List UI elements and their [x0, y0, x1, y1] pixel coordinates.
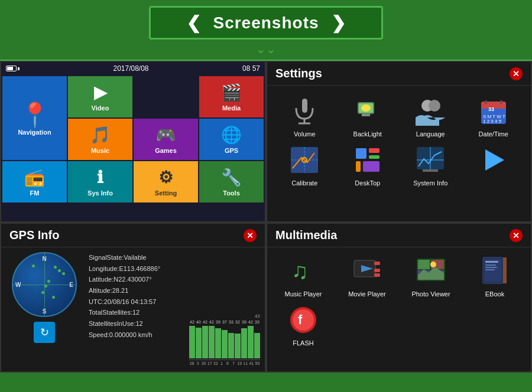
photo-viewer-icon: [415, 254, 447, 287]
settings-close-button[interactable]: ✕: [510, 67, 523, 80]
satellite-dot-4: [47, 280, 50, 283]
app-fm[interactable]: 📻 FM: [2, 161, 67, 202]
chart-top-label-1: 40: [196, 320, 202, 324]
settings-sysinfo[interactable]: System Info: [402, 143, 459, 187]
chart-top-label-10: 33: [254, 320, 260, 324]
device-time: 08 57: [242, 64, 260, 73]
gps-utc: UTC:20/08/16 04:13:57: [89, 296, 183, 308]
language-icon: [414, 94, 447, 127]
satellite-dot-7: [32, 264, 35, 267]
sysinfo-settings-label: System Info: [413, 179, 447, 187]
gps-chart: 42 4240424239373332394233 28330172216719…: [189, 252, 260, 365]
music-player-label: Music Player: [285, 290, 322, 298]
app-sysinfo[interactable]: ℹ Sys Info: [68, 161, 132, 202]
multimedia-flash[interactable]: f FLASH: [274, 303, 332, 347]
svg-rect-20: [369, 148, 379, 153]
calibrate-label: Calibrate: [291, 179, 317, 187]
device-date: 2017/08/08: [113, 64, 148, 73]
chart-top-label-9: 42: [248, 320, 254, 324]
satellite-dot-2: [58, 269, 61, 272]
app-gps[interactable]: 🌐 GPS: [199, 119, 264, 160]
gps-info-text: SignalState:Vailable Longitude:E113.4668…: [89, 252, 183, 365]
app-setting[interactable]: ⚙ Setting: [134, 161, 198, 202]
settings-play[interactable]: [465, 143, 523, 187]
app-music[interactable]: 🎵 Music: [68, 119, 132, 160]
multimedia-ebook[interactable]: EBook: [466, 254, 524, 298]
device-header: 2017/08/08 08 57: [1, 62, 265, 75]
multimedia-close-button[interactable]: ✕: [510, 229, 523, 242]
svg-rect-43: [485, 269, 495, 270]
svg-rect-34: [418, 260, 430, 269]
settings-backlight[interactable]: BackLight: [339, 94, 397, 138]
chart-bar-7: [235, 334, 241, 358]
multimedia-movie-player[interactable]: Movie Player: [338, 254, 396, 298]
svg-text:33: 33: [488, 106, 494, 112]
multimedia-title: Multimedia: [275, 228, 337, 242]
chart-top-label-3: 42: [209, 320, 215, 324]
chart-bar-4: [215, 328, 221, 358]
multimedia-header: Multimedia ✕: [267, 224, 531, 247]
app-grid: 📍 Navigation ▶ Video 🎬 Media 🎵 Music 🎮 G: [1, 75, 265, 204]
settings-header: Settings ✕: [267, 62, 531, 86]
sysinfo-icon: ℹ: [97, 168, 103, 187]
gps-label: GPS: [225, 147, 238, 154]
chart-labels: 28330172216719114150: [189, 361, 260, 365]
svg-text:f: f: [298, 312, 303, 327]
chart-label-5: 1: [219, 361, 224, 365]
photo-viewer-label: Photo Viewer: [411, 290, 450, 298]
globe-south: S: [43, 308, 47, 315]
music-icon: 🎵: [90, 125, 111, 145]
ebook-label: EBook: [485, 290, 504, 298]
chart-bar-1: [196, 328, 202, 358]
sysinfo-settings-icon: [414, 143, 447, 176]
app-tools[interactable]: 🔧 Tools: [199, 161, 264, 202]
chart-bar-5: [222, 330, 228, 358]
satellite-dot-3: [62, 272, 65, 275]
datetime-icon: 33 S M T W T 1 2 3 4 5: [477, 94, 510, 127]
multimedia-photo-viewer[interactable]: Photo Viewer: [402, 254, 460, 298]
settings-volume[interactable]: Volume: [276, 94, 333, 138]
device-screen: 2017/08/08 08 57 📍 Navigation ▶ Video 🎬 …: [0, 61, 266, 223]
tools-icon: 🔧: [221, 168, 242, 187]
svg-point-46: [293, 309, 314, 331]
svg-rect-19: [356, 148, 366, 159]
svg-rect-42: [485, 267, 497, 268]
video-label: Video: [92, 104, 109, 112]
chart-top-label-2: 42: [202, 320, 208, 324]
ebook-icon: [479, 254, 511, 287]
app-games[interactable]: 🎮 Games: [134, 119, 198, 160]
flash-icon: f: [287, 303, 320, 336]
multimedia-music-player[interactable]: ♫ Music Player: [274, 254, 332, 298]
app-video[interactable]: ▶ Video: [68, 76, 132, 117]
settings-datetime[interactable]: 33 S M T W T 1 2 3 4 5 Date/Time: [465, 94, 523, 138]
chart-bar-top-1: 42: [255, 313, 260, 319]
globe: N S E W: [12, 252, 77, 317]
svg-text:♫: ♫: [291, 259, 309, 283]
chart-label-11: 50: [255, 361, 260, 365]
chart-label-9: 11: [243, 361, 248, 365]
chart-top-label-5: 37: [222, 320, 228, 324]
fm-label: FM: [30, 190, 40, 197]
settings-calibrate[interactable]: Calibrate: [276, 143, 333, 187]
svg-rect-41: [485, 264, 496, 266]
gps-close-button[interactable]: ✕: [244, 229, 257, 242]
satellite-dot-8: [52, 296, 55, 299]
chart-bar-0: [189, 326, 195, 358]
chart-label-1: 3: [195, 361, 200, 365]
globe-area: N S E W ↻: [6, 252, 83, 365]
desktop-label: DeskTop: [355, 179, 380, 187]
chevron-right-icon: ❯: [331, 12, 346, 33]
svg-text:1 2 3 4 5: 1 2 3 4 5: [483, 119, 502, 124]
app-media[interactable]: 🎬 Media: [199, 76, 264, 117]
chart-label-4: 22: [213, 361, 218, 365]
settings-desktop[interactable]: DeskTop: [339, 143, 397, 187]
chart-bar-9: [248, 326, 254, 358]
app-navigation[interactable]: 📍 Navigation: [2, 76, 67, 160]
fm-icon: 📻: [24, 168, 45, 187]
settings-language[interactable]: Language: [402, 94, 459, 138]
screenshots-banner: ❮ Screenshots ❯: [149, 6, 382, 40]
datetime-label: Date/Time: [479, 130, 508, 138]
navigation-label: Navigation: [18, 129, 51, 136]
gps-refresh-button[interactable]: ↻: [34, 322, 55, 343]
svg-rect-30: [374, 262, 380, 265]
